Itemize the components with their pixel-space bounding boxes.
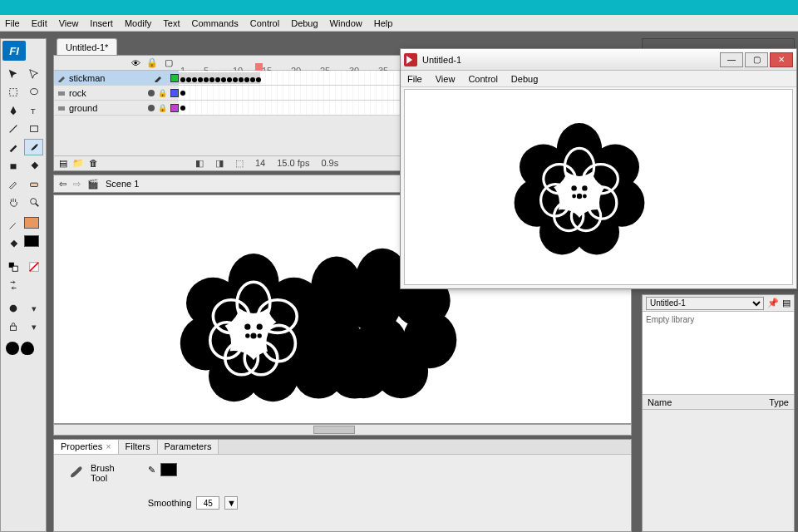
svg-rect-6 (30, 183, 37, 186)
menu-edit[interactable]: Edit (32, 18, 47, 28)
brush-size-icon[interactable]: ▾ (24, 300, 43, 317)
menu-text[interactable]: Text (163, 18, 180, 28)
selection-tool-icon[interactable] (3, 66, 22, 82)
brush-tool-icon[interactable] (24, 139, 43, 155)
fill-color-icon[interactable] (3, 235, 22, 252)
svg-point-13 (9, 305, 17, 313)
hand-tool-icon[interactable] (3, 194, 22, 210)
player-menu-control[interactable]: Control (468, 74, 497, 84)
pen-tool-icon[interactable] (3, 102, 22, 119)
onion-skin-icon[interactable]: ◧ (195, 158, 204, 169)
svg-point-68 (577, 194, 582, 199)
svg-rect-5 (10, 164, 16, 169)
swf-player-window[interactable]: Untitled-1 — ▢ ✕ File View Control Debug (400, 48, 797, 289)
menu-view[interactable]: View (59, 18, 79, 28)
stroke-color-swatch[interactable] (24, 217, 39, 229)
eyedropper-tool-icon[interactable] (3, 175, 22, 192)
tab-properties[interactable]: Properties× (54, 440, 119, 454)
outline-column-icon[interactable]: ▢ (164, 58, 174, 68)
main-menubar: File Edit View Insert Modify Text Comman… (0, 15, 798, 32)
library-col-type[interactable]: Type (769, 397, 789, 407)
player-stage (404, 89, 793, 285)
stroke-color-icon[interactable] (3, 217, 22, 234)
player-artwork (513, 123, 646, 256)
default-colors-icon[interactable] (3, 259, 22, 275)
player-menu-file[interactable]: File (407, 74, 422, 84)
swap-colors-icon[interactable] (3, 277, 22, 293)
lasso-tool-icon[interactable] (24, 84, 43, 101)
layer-name: ground (69, 103, 97, 113)
stage-artwork[interactable] (179, 254, 328, 403)
edit-multiple-frames-icon[interactable]: ⬚ (235, 158, 244, 169)
new-folder-icon[interactable]: 📁 (72, 158, 84, 169)
menu-window[interactable]: Window (330, 18, 362, 28)
no-color-icon[interactable] (24, 259, 43, 275)
menu-modify[interactable]: Modify (125, 18, 151, 28)
brush-shape-icon[interactable]: ▾ (24, 318, 43, 335)
new-library-icon[interactable]: ▤ (782, 298, 791, 308)
document-tab-label: Untitled-1* (66, 42, 108, 52)
zoom-tool-icon[interactable] (24, 194, 43, 210)
menu-file[interactable]: File (5, 18, 20, 28)
subselection-tool-icon[interactable] (24, 66, 43, 82)
close-icon[interactable]: × (106, 441, 111, 451)
fill-color-swatch[interactable] (160, 463, 177, 476)
player-menu-view[interactable]: View (436, 74, 456, 84)
scrollbar-thumb[interactable] (313, 426, 355, 434)
ink-bottle-tool-icon[interactable] (3, 157, 22, 174)
eraser-tool-icon[interactable] (24, 175, 43, 192)
visibility-dot-icon[interactable] (148, 105, 155, 111)
brush-lock-icon[interactable] (3, 318, 22, 335)
stage-scrollbar-horizontal[interactable] (53, 424, 632, 436)
fill-style-icon[interactable]: ✎ (148, 465, 155, 475)
brush-preview-oval-icon[interactable] (21, 342, 34, 355)
close-button[interactable]: ✕ (770, 52, 793, 67)
menu-commands[interactable]: Commands (191, 18, 238, 28)
menu-insert[interactable]: Insert (90, 18, 113, 28)
smoothing-input[interactable] (196, 496, 219, 510)
svg-point-45 (242, 319, 266, 343)
library-col-name[interactable]: Name (648, 397, 672, 407)
pin-library-icon[interactable]: 📌 (767, 298, 779, 308)
lock-column-icon[interactable]: 🔒 (147, 58, 157, 68)
library-document-select[interactable]: Untitled-1 (646, 297, 764, 310)
flash-player-icon (404, 53, 417, 66)
scene-back-icon[interactable]: ⇦ (59, 179, 66, 190)
visibility-dot-icon[interactable] (148, 90, 155, 96)
layer-color-swatch (170, 104, 179, 112)
menu-debug[interactable]: Debug (291, 18, 318, 28)
layer-name: stickman (69, 73, 105, 83)
scene-forward-icon[interactable]: ⇨ (73, 179, 81, 190)
smoothing-dropdown-icon[interactable]: ▼ (224, 496, 238, 510)
tools-panel: Fl T (0, 38, 47, 532)
pencil-icon (154, 74, 162, 82)
paint-bucket-tool-icon[interactable] (24, 157, 43, 174)
lock-icon[interactable]: 🔒 (158, 89, 167, 97)
free-transform-tool-icon[interactable] (3, 84, 22, 101)
new-layer-icon[interactable]: ▤ (59, 158, 67, 169)
tab-filters[interactable]: Filters (119, 440, 158, 454)
pencil-tool-icon[interactable] (3, 139, 22, 155)
layer-icon (57, 89, 66, 97)
maximize-button[interactable]: ▢ (745, 52, 768, 67)
delete-layer-icon[interactable]: 🗑 (89, 158, 98, 169)
lock-icon[interactable]: 🔒 (158, 104, 167, 112)
current-frame-label: 14 (255, 158, 265, 169)
document-tab[interactable]: Untitled-1* (57, 38, 117, 55)
brush-mode-icon[interactable] (3, 300, 22, 317)
minimize-button[interactable]: — (720, 52, 743, 67)
tab-parameters[interactable]: Parameters (158, 440, 219, 454)
text-tool-icon[interactable]: T (24, 102, 43, 119)
menu-control[interactable]: Control (250, 18, 279, 28)
brush-preview-round-icon[interactable] (6, 342, 19, 355)
menu-help[interactable]: Help (374, 18, 393, 28)
onion-skin-outlines-icon[interactable]: ◨ (215, 158, 224, 169)
brush-icon (67, 463, 84, 480)
line-tool-icon[interactable] (3, 121, 22, 137)
fill-color-swatch[interactable] (24, 235, 39, 247)
player-titlebar[interactable]: Untitled-1 — ▢ ✕ (401, 49, 796, 71)
smoothing-label: Smoothing (148, 498, 192, 508)
rectangle-tool-icon[interactable] (24, 121, 43, 137)
player-menu-debug[interactable]: Debug (511, 74, 538, 84)
visibility-column-icon[interactable]: 👁 (131, 58, 140, 68)
